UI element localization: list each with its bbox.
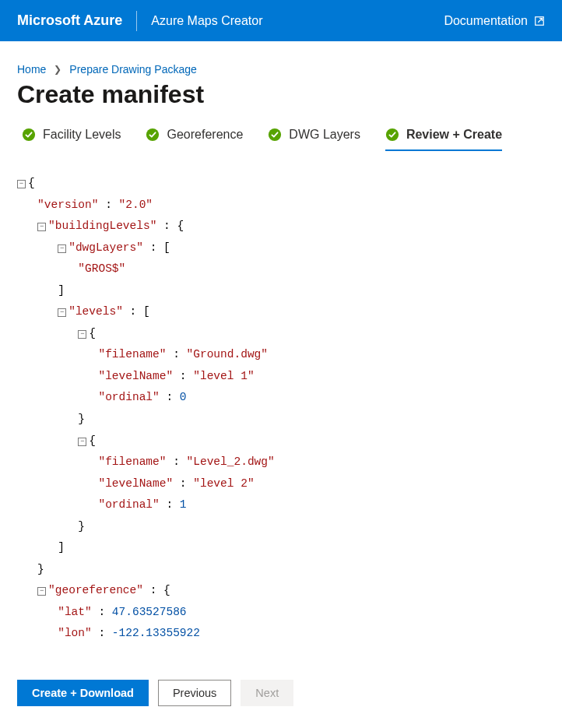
json-line: "GROS$" [17,258,545,280]
json-line: } [17,409,545,431]
check-circle-icon [146,128,160,142]
documentation-label: Documentation [444,14,528,28]
json-line: ] [17,537,545,559]
tab-review-create[interactable]: Review + Create [385,128,502,151]
json-line: "ordinal" : 0 [17,387,545,409]
json-line: −{ [17,323,545,345]
next-button: Next [241,680,293,706]
collapse-toggle-icon[interactable]: − [58,244,66,253]
json-line: "filename" : "Ground.dwg" [17,344,545,366]
tab-label: DWG Layers [289,128,360,142]
product-name[interactable]: Azure Maps Creator [151,14,444,28]
svg-point-4 [386,128,399,141]
collapse-toggle-icon[interactable]: − [37,587,46,596]
json-line: "version" : "2.0" [17,195,545,216]
topbar: Microsoft Azure Azure Maps Creator Docum… [0,0,562,41]
json-line: "levelName" : "level 2" [17,473,545,495]
tab-facility-levels[interactable]: Facility Levels [22,128,121,151]
svg-point-1 [23,128,35,141]
tab-label: Georeference [167,128,243,142]
json-line: −{ [17,431,545,452]
breadcrumb-current[interactable]: Prepare Drawing Package [69,63,196,76]
collapse-toggle-icon[interactable]: − [37,223,46,231]
topbar-divider [136,11,137,31]
chevron-right-icon: ❯ [54,64,61,75]
json-line: −"dwgLayers" : [ [17,237,545,259]
json-viewer: −{ "version" : "2.0" −"buildingLevels" :… [0,156,562,660]
svg-point-3 [269,128,281,141]
create-download-button[interactable]: Create + Download [17,680,149,706]
svg-point-2 [146,128,159,141]
external-link-icon [534,16,545,26]
json-line: −"georeference" : { [17,580,545,602]
collapse-toggle-icon[interactable]: − [78,330,86,339]
json-line: "ordinal" : 1 [17,494,545,516]
documentation-link[interactable]: Documentation [444,14,545,28]
footer-actions: Create + Download Previous Next [0,666,562,723]
json-line: "filename" : "Level_2.dwg" [17,452,545,473]
check-circle-icon [22,128,36,142]
check-circle-icon [268,128,282,142]
collapse-toggle-icon[interactable]: − [58,308,66,317]
tab-label: Review + Create [406,128,502,142]
previous-button[interactable]: Previous [158,680,231,706]
check-circle-icon [385,128,399,142]
json-line: } [17,559,545,581]
collapse-toggle-icon[interactable]: − [78,438,86,446]
wizard-tabs: Facility Levels Georeference DWG Layers … [0,125,562,156]
json-line: ] [17,280,545,302]
json-line: −"buildingLevels" : { [17,216,545,237]
tab-label: Facility Levels [43,128,121,142]
breadcrumb-home[interactable]: Home [17,63,46,76]
json-line: "lon" : -122.13355922 [17,623,545,645]
json-line: −{ [17,173,545,195]
json-line: −"levels" : [ [17,301,545,323]
tab-dwg-layers[interactable]: DWG Layers [268,128,360,151]
page-title: Create manifest [0,76,562,125]
json-line: } [17,516,545,538]
json-line: "levelName" : "level 1" [17,366,545,388]
json-line: "lat" : 47.63527586 [17,602,545,624]
brand-name[interactable]: Microsoft Azure [17,12,122,29]
breadcrumb: Home ❯ Prepare Drawing Package [0,41,562,76]
collapse-toggle-icon[interactable]: − [17,180,26,188]
tab-georeference[interactable]: Georeference [146,128,243,151]
